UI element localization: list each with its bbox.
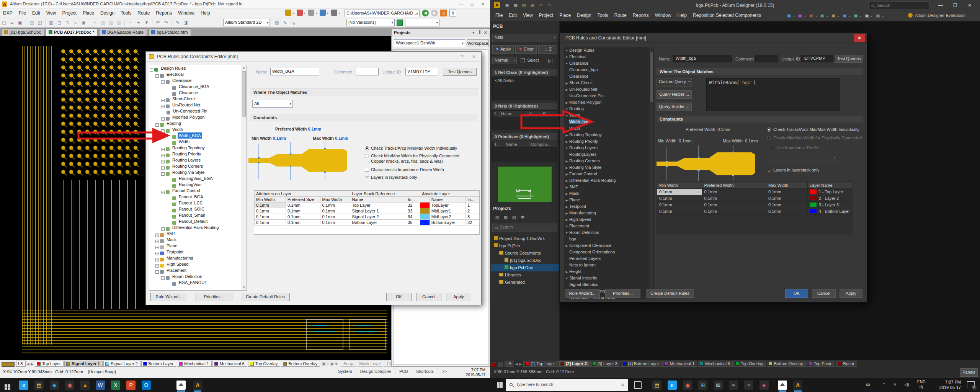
tree-item[interactable]: ▶Un-Routed Net	[564, 86, 653, 93]
select-area-icon[interactable]: ▫	[127, 19, 134, 26]
scroll-right-icon[interactable]: ▶	[519, 362, 522, 366]
tree-item[interactable]: +Routing Topology	[149, 145, 247, 151]
use-impedance-checkbox[interactable]: Use Impedance Profile	[770, 145, 819, 150]
tree-item[interactable]: ▶Routing Topology	[564, 132, 653, 138]
workspace-combo[interactable]: Workspace1.DsnWrk▾	[394, 39, 465, 47]
hatch-tool-icon[interactable]: ▨	[273, 19, 281, 27]
tree-item[interactable]: ▶Modified Polygon	[564, 99, 653, 106]
tree-item[interactable]: +Short-Circuit	[149, 96, 247, 102]
chevron-down-icon[interactable]: ▾	[292, 11, 294, 15]
expander-icon[interactable]: ▶	[564, 87, 569, 93]
document-tab[interactable]: BGA Escape Route	[99, 28, 147, 36]
tree-item[interactable]: bga	[564, 236, 653, 242]
column-header[interactable]: Name	[504, 141, 529, 147]
net-class-list[interactable]: <All Nets>	[492, 77, 557, 100]
query-helper-button[interactable]: Query Helper ...	[657, 90, 692, 99]
ok-button[interactable]: OK	[386, 293, 412, 301]
new-document-icon[interactable]: ▢	[0, 19, 8, 26]
status-panel-button[interactable]: PCB	[395, 368, 412, 374]
route-tool-icon[interactable]: ↘	[290, 19, 297, 27]
redo-icon[interactable]: ↷	[546, 2, 553, 8]
max-width-cell[interactable]: 0.1mm	[766, 202, 807, 208]
grid-properties-icon[interactable]: ▣	[874, 12, 881, 19]
tree-item[interactable]: Nets to Ignore	[564, 262, 653, 268]
menu-item[interactable]: Help	[198, 8, 213, 18]
tree-item[interactable]: ▼Clearance	[564, 60, 653, 67]
min-width-cell[interactable]: 0.1mm	[255, 220, 286, 225]
expander-icon[interactable]: ▼	[564, 54, 569, 60]
photos-app-icon[interactable]	[778, 381, 787, 390]
cancel-button[interactable]: Cancel	[416, 293, 441, 301]
zoom-area-icon[interactable]: ◹	[64, 19, 71, 26]
menu-item[interactable]: Project	[59, 8, 80, 18]
document-tab[interactable]: [01]-bga.SchDoc	[2, 28, 44, 36]
snap-button[interactable]: Snap	[341, 361, 356, 367]
tree-item[interactable]: RoutingLayers	[564, 151, 653, 158]
min-width-cell[interactable]: 0.1mm	[657, 195, 702, 202]
grid-icon[interactable]	[331, 10, 337, 16]
projects-tree-item[interactable]: bga.PrjPcb	[491, 242, 559, 250]
impedance-checkbox[interactable]: Characteristic Impedance Driven Width	[365, 167, 444, 172]
restore-button[interactable]: ❐	[949, 2, 962, 9]
file-explorer-app-icon[interactable]: ▤	[652, 381, 662, 390]
tree-item[interactable]: ▼Room Definition	[564, 229, 653, 236]
layer-set-tab[interactable]: LS	[505, 361, 514, 367]
store-app-icon[interactable]: ⊞	[698, 381, 707, 390]
tree-item[interactable]: ▶Fanout Control	[564, 171, 653, 177]
menu-item[interactable]: Window	[652, 11, 675, 20]
zoom-selection-icon[interactable]: ◉	[80, 19, 87, 26]
preferred-width-cell[interactable]: 0.1mm	[702, 208, 766, 215]
expander-icon[interactable]: ▼	[564, 106, 569, 113]
pad-icon[interactable]: ▣	[808, 12, 815, 19]
layer-tab[interactable]: [1] Top Layer	[523, 361, 557, 367]
preferred-width-cell[interactable]: 0.1mm	[702, 195, 766, 202]
layer-tab[interactable]: Top Overlay	[248, 361, 281, 367]
tree-item[interactable]: +Differential Pairs Routing	[149, 224, 247, 230]
filter-icon[interactable]: ▼	[143, 19, 150, 26]
expander-icon[interactable]: ▶	[564, 80, 569, 87]
layer-tab[interactable]: Bottor	[836, 361, 857, 367]
table-row[interactable]: 0.1mm0.1mm0.1mm1 - Top Layer	[657, 189, 852, 195]
back-icon[interactable]: ◀	[422, 10, 429, 16]
chevron-down-icon[interactable]: ▾	[860, 15, 861, 18]
tree-item[interactable]: ▼Design Rules	[564, 47, 653, 54]
language-indicator[interactable]: ENGIN	[917, 379, 926, 390]
footprint-icon[interactable]	[308, 10, 314, 16]
paste-array-icon[interactable]: ▨	[115, 19, 123, 26]
minimize-button[interactable]: —	[456, 1, 466, 8]
expander-icon[interactable]: ▶	[564, 165, 569, 171]
tree-item[interactable]: Clearance	[149, 90, 247, 96]
test-queries-button[interactable]: Test Queries	[835, 55, 863, 63]
paste-icon[interactable]: ▧	[107, 19, 115, 26]
projects-tree-item[interactable]: bga.PcbDoc	[491, 264, 559, 271]
chevron-down-icon[interactable]: ▾	[815, 15, 817, 18]
tree-item[interactable]: Fanout_LCC	[149, 200, 247, 206]
menu-item[interactable]: View	[520, 11, 536, 20]
edge-app-icon[interactable]: e	[19, 381, 28, 390]
expander-icon[interactable]: ▶	[564, 184, 569, 191]
query-editor[interactable]: WithinRoom('bga')	[706, 78, 840, 111]
layerstack-only-checkbox[interactable]: ✓Layers in layerstack only	[767, 168, 819, 173]
tree-item[interactable]: ▶Routing Corners	[564, 158, 653, 164]
table-row[interactable]: 0.1mm0.1mm0.1mm4 - Bottom Layer	[657, 208, 852, 215]
chevron-down-icon[interactable]: ▾	[804, 15, 806, 18]
expander-icon[interactable]: ▼	[564, 275, 569, 282]
preferred-width-cell[interactable]: 0.1mm	[702, 202, 766, 208]
query-builder-button[interactable]: Query Builder ...	[657, 103, 692, 111]
min-width-cell[interactable]: 0.1mm	[657, 208, 702, 215]
tree-item[interactable]: ▶Short-Circuit	[564, 80, 653, 86]
ok-button[interactable]: OK	[785, 289, 808, 298]
tree-item[interactable]: ▶Manufacturing	[564, 210, 653, 216]
max-width-cell[interactable]: 0.1mm	[766, 189, 807, 195]
check-connected-radio[interactable]: Check Min/Max Width for Physically Conne…	[767, 136, 862, 140]
expander-icon[interactable]: ▼	[564, 145, 569, 152]
close-button[interactable]: ✕	[963, 2, 976, 9]
tree-item[interactable]: ▶High Speed	[564, 216, 653, 223]
comment-input[interactable]	[356, 68, 379, 75]
expander-icon[interactable]: ▶	[564, 100, 569, 106]
rule-wizard-icon[interactable]: ✎	[174, 19, 181, 26]
dimension-icon[interactable]: ▣	[841, 12, 848, 19]
expander-icon[interactable]: ▶	[564, 171, 569, 178]
expander-icon[interactable]: ▶	[564, 269, 569, 275]
layerstack-only-checkbox[interactable]: ✓Layers in layerstack only	[365, 175, 417, 180]
